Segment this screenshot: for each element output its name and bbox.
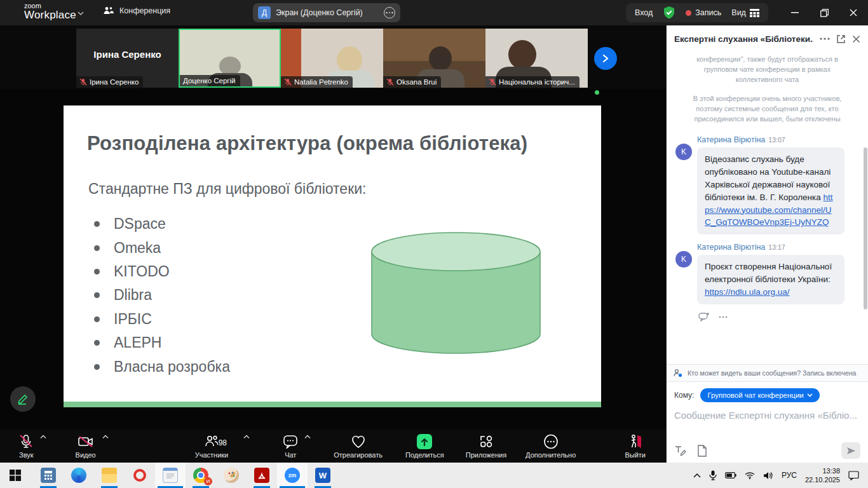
audio-button[interactable]: Звук [15,430,37,463]
chat-privacy-notice: Кто может видеть ваши сообщения? Запись … [667,364,868,382]
notification-icon[interactable] [848,471,859,480]
message-author[interactable]: Катерина Вірютіна [697,243,765,252]
calculator-icon [41,468,56,483]
share-screen-button[interactable]: Поделиться [402,430,448,463]
minimize-button[interactable] [780,0,810,25]
more-button[interactable]: Дополнительно [522,430,580,463]
tray-battery-icon[interactable] [725,472,736,478]
muted-mic-icon [79,78,87,86]
taskbar-calculator[interactable] [33,463,64,488]
meeting-toolbar: Звук Видео 98 Участники Чат Отреагироват… [0,430,666,463]
muted-mic-icon [19,434,33,449]
bullet-item: Власна розробка [94,355,230,378]
tray-expand-icon[interactable] [693,473,701,478]
green-status-dot [595,90,599,95]
share-screen-icon [417,434,432,449]
edge-icon [71,468,86,483]
bullet-item: ALEPH [94,331,230,355]
chat-messages[interactable]: конференции", также будут отображаться в… [667,52,868,364]
chat-more-icon[interactable] [820,37,830,40]
chevron-right-icon [602,54,609,63]
bullet-item: DSpace [94,212,230,236]
taskbar-file-explorer[interactable] [94,463,125,488]
taskbar-edge[interactable] [64,463,94,488]
video-button[interactable]: Видео [72,430,100,463]
video-options-caret[interactable] [102,435,109,439]
tab-conference[interactable]: Конференция [103,6,170,15]
participant-silhouette [508,40,536,69]
video-tile-irina[interactable]: Ірина Серенко Ірина Серенко [76,29,179,88]
taskbar-clock[interactable]: 13:38 22.10.2025 [805,466,840,485]
popout-icon[interactable] [836,34,846,44]
chat-scrollbar[interactable] [864,147,867,309]
leave-button[interactable]: Выйти [621,430,649,463]
zoom-title-bar: zoom Workplace Конференция Д Экран (Доце… [0,0,868,25]
chat-button[interactable]: Чат [279,430,302,463]
video-tile-oksana[interactable]: Oksana Brui [383,29,485,88]
pencil-icon [17,393,29,405]
video-tile-dotsenko-active-speaker[interactable]: Доценко Сергій [179,29,281,88]
participant-label: Доценко Сергій [180,75,240,86]
participant-label: Natalia Petrenko [281,76,353,88]
close-chat-icon[interactable] [852,35,860,43]
restore-button[interactable] [810,0,839,25]
security-shield-icon[interactable] [663,6,675,20]
start-button[interactable] [0,463,31,488]
message-link[interactable]: https://ndlu.ula.org.ua/ [705,287,790,297]
participants-button[interactable]: 98 Участники [191,430,233,463]
tray-volume-icon[interactable] [763,471,773,480]
more-ellipsis-icon [543,434,559,449]
taskbar-opera[interactable] [125,463,155,488]
video-tile-national-historical[interactable]: Національна історич... [485,29,588,88]
signin-button[interactable]: Вход [635,8,653,17]
shared-screen-area: Розподілена архітектура (окрема бібліоте… [0,89,666,430]
participant-silhouette [429,46,452,71]
screen-owner-avatar: Д [258,6,271,19]
attach-file-icon[interactable] [697,445,707,457]
next-participants-button[interactable] [594,47,617,70]
tray-wifi-icon[interactable] [745,471,755,479]
view-button[interactable]: Вид [731,8,759,17]
chevron-down-icon[interactable] [78,10,84,17]
system-tray: РУС 13:38 22.10.2025 [693,466,868,485]
chat-options-caret[interactable] [304,435,311,439]
message-actions [675,311,859,322]
video-tile-natalia[interactable]: Natalia Petrenko [281,29,383,88]
recipient-selector[interactable]: Групповой чат конференции [700,388,819,402]
apps-button[interactable]: Приложения [462,430,510,463]
send-button[interactable] [841,442,860,459]
chat-message: K Катерина Вірютіна13:07 Відеозапис слух… [675,133,859,235]
chevron-down-icon [807,393,813,397]
system-message: конференции", также будут отображаться в… [683,55,852,85]
tab-options-icon[interactable] [384,7,395,18]
chat-panel: Експертні слухання «Бібліотеки... конфер… [666,25,868,463]
people-icon [103,6,114,15]
participants-options-caret[interactable] [243,435,250,439]
participants-video-strip: Ірина Серенко Ірина Серенко Доценко Серг… [0,25,666,89]
react-button[interactable]: Отреагировать [330,430,386,463]
format-text-icon[interactable] [674,445,687,456]
message-time: 13:07 [768,136,785,144]
participant-label: Oksana Brui [383,76,441,88]
taskbar-notepad[interactable] [155,463,186,488]
taskbar-chrome[interactable]: И [186,463,216,488]
more-actions-icon[interactable] [719,316,728,318]
word-icon: W [315,468,330,483]
chat-message: K Катерина Вірютіна13:17 Проєкт створенн… [675,241,859,304]
tray-mic-icon[interactable] [709,470,717,480]
taskbar-word[interactable]: W [308,463,338,488]
taskbar-zoom[interactable]: zm [277,463,308,488]
annotation-pencil-button[interactable] [10,386,36,412]
participant-silhouette [337,46,362,73]
message-input[interactable]: Сообщение Експертні слухання «Бібліо... [674,410,860,421]
audio-options-caret[interactable] [40,435,46,439]
close-button[interactable] [839,0,868,25]
reply-icon[interactable] [698,312,710,322]
taskbar-acrobat[interactable] [247,463,277,488]
message-author[interactable]: Катерина Вірютіна [697,135,765,144]
taskbar-paint[interactable] [216,463,247,488]
notepad-icon [163,468,178,483]
message-time: 13:17 [768,243,785,251]
language-indicator[interactable]: РУС [782,471,797,480]
tab-shared-screen[interactable]: Д Экран (Доценко Сергій) [253,3,400,22]
